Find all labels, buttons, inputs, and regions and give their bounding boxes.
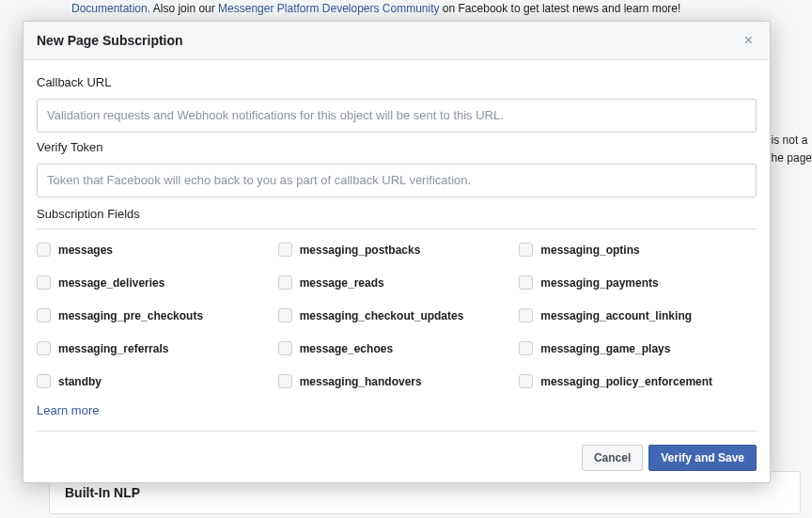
subscription-fields-grid: messagesmessaging_postbacksmessaging_opt… <box>37 229 757 401</box>
field-messaging_pre_checkouts[interactable]: messaging_pre_checkouts <box>37 308 274 322</box>
field-messaging_postbacks[interactable]: messaging_postbacks <box>278 243 516 257</box>
modal-footer: Cancel Verify and Save <box>23 435 770 482</box>
modal-header: New Page Subscription × <box>23 22 770 60</box>
learn-more-row: Learn more <box>37 401 757 431</box>
field-messaging_account_linking[interactable]: messaging_account_linking <box>519 308 757 322</box>
modal-title: New Page Subscription <box>37 33 183 48</box>
field-label-messaging_game_plays: messaging_game_plays <box>540 342 670 355</box>
field-messaging_referrals[interactable]: messaging_referrals <box>37 341 274 355</box>
field-checkbox-messaging_referrals[interactable] <box>37 341 51 355</box>
field-label-messages: messages <box>58 243 113 257</box>
modal-backdrop: New Page Subscription × Callback URL Ver… <box>0 0 812 518</box>
field-messaging_optins[interactable]: messaging_optins <box>519 243 757 257</box>
callback-url-input[interactable] <box>37 99 757 133</box>
field-checkbox-messaging_pre_checkouts[interactable] <box>37 308 51 322</box>
field-messages[interactable]: messages <box>37 243 274 257</box>
field-label-messaging_postbacks: messaging_postbacks <box>300 243 421 257</box>
field-message_reads[interactable]: message_reads <box>278 275 516 290</box>
field-label-messaging_checkout_updates: messaging_checkout_updates <box>300 309 464 322</box>
field-messaging_payments[interactable]: messaging_payments <box>519 275 757 290</box>
new-page-subscription-modal: New Page Subscription × Callback URL Ver… <box>23 21 771 483</box>
field-messaging_policy_enforcement[interactable]: messaging_policy_enforcement <box>519 374 757 388</box>
field-checkbox-messaging_checkout_updates[interactable] <box>278 308 292 322</box>
field-label-message_reads: message_reads <box>300 276 384 290</box>
field-messaging_checkout_updates[interactable]: messaging_checkout_updates <box>278 308 516 322</box>
field-standby[interactable]: standby <box>37 374 274 388</box>
field-checkbox-message_deliveries[interactable] <box>37 275 51 290</box>
field-label-messaging_optins: messaging_optins <box>540 243 639 257</box>
modal-body: Callback URL Verify Token Subscription F… <box>23 60 770 431</box>
close-icon[interactable]: × <box>741 31 757 50</box>
verify-token-label: Verify Token <box>37 140 757 154</box>
field-label-messaging_payments: messaging_payments <box>540 276 658 290</box>
field-checkbox-messaging_account_linking[interactable] <box>519 308 533 322</box>
verify-token-input[interactable] <box>37 164 757 197</box>
field-label-messaging_account_linking: messaging_account_linking <box>540 309 692 322</box>
cancel-button[interactable]: Cancel <box>582 445 643 471</box>
field-label-standby: standby <box>58 375 102 388</box>
field-messaging_game_plays[interactable]: messaging_game_plays <box>519 341 757 355</box>
field-label-messaging_handovers: messaging_handovers <box>300 375 422 388</box>
field-checkbox-message_reads[interactable] <box>278 275 292 290</box>
verify-and-save-button[interactable]: Verify and Save <box>648 445 757 471</box>
field-checkbox-messaging_game_plays[interactable] <box>519 341 533 355</box>
field-checkbox-messages[interactable] <box>37 243 51 257</box>
field-label-messaging_pre_checkouts: messaging_pre_checkouts <box>58 309 203 322</box>
field-checkbox-messaging_optins[interactable] <box>519 243 533 257</box>
field-label-message_echoes: message_echoes <box>300 342 393 355</box>
field-checkbox-messaging_payments[interactable] <box>519 275 533 290</box>
field-label-messaging_policy_enforcement: messaging_policy_enforcement <box>540 375 712 388</box>
field-message_echoes[interactable]: message_echoes <box>278 341 516 355</box>
field-messaging_handovers[interactable]: messaging_handovers <box>278 374 516 388</box>
footer-divider <box>37 431 757 432</box>
field-checkbox-standby[interactable] <box>37 374 51 388</box>
field-checkbox-messaging_policy_enforcement[interactable] <box>519 374 533 388</box>
field-checkbox-messaging_postbacks[interactable] <box>278 243 292 257</box>
field-checkbox-messaging_handovers[interactable] <box>278 374 292 388</box>
field-label-messaging_referrals: messaging_referrals <box>58 342 168 355</box>
field-message_deliveries[interactable]: message_deliveries <box>37 275 274 290</box>
field-label-message_deliveries: message_deliveries <box>58 276 164 290</box>
field-checkbox-message_echoes[interactable] <box>278 341 292 355</box>
learn-more-link[interactable]: Learn more <box>37 403 99 417</box>
callback-url-label: Callback URL <box>37 75 757 89</box>
subscription-fields-label: Subscription Fields <box>37 207 757 221</box>
